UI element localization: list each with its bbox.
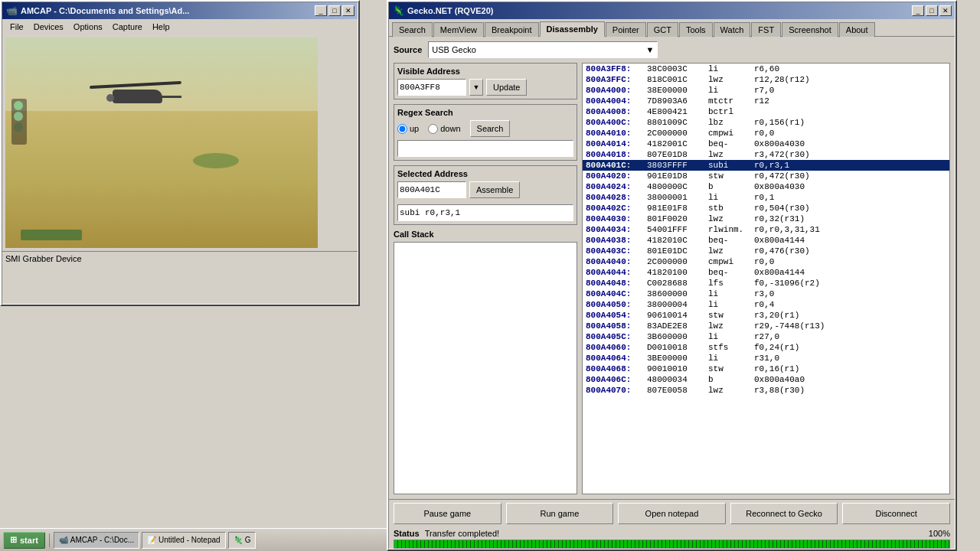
- taskbar: ⊞ start 📹 AMCAP - C:\Doc... 📝 Untitled -…: [0, 528, 387, 551]
- amcap-window: 📹 AMCAP - C:\Documents and Settings\Ad..…: [0, 0, 360, 306]
- table-row[interactable]: 800A4000: 38E00000 li r7,0: [583, 85, 949, 96]
- table-row[interactable]: 800A4054: 90610014 stw r3,20(r1): [583, 310, 949, 321]
- regex-search-input[interactable]: [397, 140, 573, 157]
- table-row[interactable]: 800A402C: 981E01F8 stb r0,504(r30): [583, 203, 949, 214]
- table-row[interactable]: 800A4048: C0028688 lfs f0,-31096(r2): [583, 278, 949, 289]
- taskbar-gecko[interactable]: 🦎 G: [228, 532, 256, 549]
- regex-search-title: Regex Search: [397, 108, 573, 117]
- table-row[interactable]: 800A4008: 4E800421 bctrl: [583, 106, 949, 117]
- disasm-mnemonic: bctrl: [708, 107, 754, 116]
- disasm-address: 800A4014:: [586, 139, 647, 148]
- table-row[interactable]: 800A3FF8: 38C0003C li r6,60: [583, 64, 949, 74]
- disasm-operands: r0,r3,1: [754, 161, 946, 170]
- menu-capture[interactable]: Capture: [108, 21, 147, 33]
- table-row[interactable]: 800A4070: 807E0058 lwz r3,88(r30): [583, 385, 949, 396]
- disasm-mnemonic: li: [708, 193, 754, 202]
- tab-tools[interactable]: Tools: [679, 22, 713, 37]
- selected-address-input[interactable]: [397, 181, 466, 198]
- table-row[interactable]: 800A4040: 2C000000 cmpwi r0,0: [583, 256, 949, 267]
- visible-address-input[interactable]: [397, 79, 466, 96]
- gecko-minimize-button[interactable]: _: [912, 5, 924, 16]
- amcap-maximize-button[interactable]: □: [328, 5, 341, 16]
- menu-help[interactable]: Help: [148, 21, 175, 33]
- tab-pointer[interactable]: Pointer: [606, 22, 646, 37]
- disasm-mnemonic: lbz: [708, 118, 754, 127]
- taskbar-notepad[interactable]: 📝 Untitled - Notepad: [142, 532, 226, 549]
- radio-up[interactable]: up: [397, 124, 419, 134]
- search-button[interactable]: Search: [470, 120, 511, 137]
- table-row[interactable]: 800A4004: 7D8903A6 mtctr r12: [583, 96, 949, 106]
- table-row[interactable]: 800A4044: 41820100 beq- 0x800a4144: [583, 267, 949, 278]
- table-row[interactable]: 800A4010: 2C000000 cmpwi r0,0: [583, 128, 949, 139]
- menu-devices[interactable]: Devices: [29, 21, 68, 33]
- gecko-close-button[interactable]: ✕: [939, 5, 952, 16]
- table-row[interactable]: 800A4020: 901E01D8 stw r0,472(r30): [583, 171, 949, 181]
- menu-file[interactable]: File: [5, 21, 28, 33]
- disassembly-listing[interactable]: 800A3FF8: 38C0003C li r6,60 800A3FFC: 81…: [582, 63, 950, 494]
- table-row[interactable]: 800A3FFC: 818C001C lwz r12,28(r12): [583, 74, 949, 85]
- tab-search[interactable]: Search: [392, 22, 433, 37]
- menu-options[interactable]: Options: [69, 21, 107, 33]
- table-row[interactable]: 800A406C: 48000034 b 0x800a40a0: [583, 374, 949, 385]
- tab-gct[interactable]: GCT: [647, 22, 678, 37]
- visible-address-dropdown[interactable]: ▼: [469, 79, 483, 96]
- disasm-operands: 0x800a4030: [754, 139, 946, 148]
- table-row[interactable]: 800A4068: 90010010 stw r0,16(r1): [583, 364, 949, 374]
- disasm-address: 800A3FF8:: [586, 64, 647, 73]
- disasm-operands: r0,r0,3,31,31: [754, 225, 946, 234]
- disconnect-button[interactable]: Disconnect: [842, 503, 950, 524]
- table-row[interactable]: 800A4064: 3BE00000 li r31,0: [583, 353, 949, 364]
- table-row[interactable]: 800A4024: 4800000C b 0x800a4030: [583, 181, 949, 192]
- call-stack-box[interactable]: [394, 242, 577, 494]
- reconnect-button[interactable]: Reconnect to Gecko: [730, 503, 838, 524]
- radio-down[interactable]: down: [428, 124, 460, 134]
- radio-down-input[interactable]: [428, 124, 438, 134]
- tab-disassembly[interactable]: Disassembly: [540, 21, 605, 37]
- asm-value-input[interactable]: [397, 204, 573, 221]
- table-row[interactable]: 800A4050: 38000004 li r0,4: [583, 299, 949, 310]
- tab-fst[interactable]: FST: [751, 22, 781, 37]
- disasm-operands: 0x800a4144: [754, 268, 946, 277]
- table-row[interactable]: 800A4038: 4182010C beq- 0x800a4144: [583, 235, 949, 246]
- tab-breakpoint[interactable]: Breakpoint: [485, 22, 539, 37]
- gecko-window-controls: _ □ ✕: [912, 5, 952, 16]
- disasm-hex: 801E01DC: [647, 246, 708, 256]
- source-dropdown[interactable]: USB Gecko ▼: [428, 41, 658, 58]
- disasm-hex: 4182001C: [647, 139, 708, 148]
- tab-memview[interactable]: MemView: [433, 22, 484, 37]
- table-row[interactable]: 800A4014: 4182001C beq- 0x800a4030: [583, 139, 949, 149]
- table-row[interactable]: 800A400C: 8801009C lbz r0,156(r1): [583, 117, 949, 128]
- assemble-button[interactable]: Assemble: [469, 181, 520, 198]
- table-row[interactable]: 800A401C: 3803FFFF subi r0,r3,1: [583, 160, 949, 171]
- taskbar-amcap[interactable]: 📹 AMCAP - C:\Doc...: [54, 532, 139, 549]
- disasm-address: 800A4044:: [586, 268, 647, 277]
- table-row[interactable]: 800A405C: 3B600000 li r27,0: [583, 331, 949, 342]
- disasm-address: 800A4008:: [586, 107, 647, 116]
- tab-watch[interactable]: Watch: [714, 22, 751, 37]
- gecko-maximize-button[interactable]: □: [926, 5, 938, 16]
- disasm-hex: 54001FFF: [647, 225, 708, 234]
- amcap-close-button[interactable]: ✕: [342, 5, 354, 16]
- table-row[interactable]: 800A4034: 54001FFF rlwinm. r0,r0,3,31,31: [583, 224, 949, 235]
- run-game-button[interactable]: Run game: [506, 503, 614, 524]
- start-button[interactable]: ⊞ start: [3, 532, 45, 549]
- tab-screenshot[interactable]: Screenshot: [782, 22, 838, 37]
- table-row[interactable]: 800A4018: 807E01D8 lwz r3,472(r30): [583, 149, 949, 160]
- disasm-mnemonic: mtctr: [708, 96, 754, 106]
- update-button[interactable]: Update: [486, 79, 527, 96]
- table-row[interactable]: 800A4030: 801F0020 lwz r0,32(r31): [583, 214, 949, 224]
- disasm-hex: 41820100: [647, 268, 708, 277]
- table-row[interactable]: 800A404C: 38600000 li r3,0: [583, 289, 949, 299]
- table-row[interactable]: 800A4028: 38000001 li r0,1: [583, 192, 949, 203]
- pause-game-button[interactable]: Pause game: [394, 503, 501, 524]
- table-row[interactable]: 800A403C: 801E01DC lwz r0,476(r30): [583, 246, 949, 256]
- source-label: Source: [394, 45, 422, 54]
- tab-about[interactable]: About: [839, 22, 875, 37]
- disasm-operands: r29,-7448(r13): [754, 321, 946, 331]
- table-row[interactable]: 800A4060: D0010018 stfs f0,24(r1): [583, 342, 949, 353]
- table-row[interactable]: 800A4058: 83ADE2E8 lwz r29,-7448(r13): [583, 321, 949, 331]
- radio-up-input[interactable]: [397, 124, 407, 134]
- open-notepad-button[interactable]: Open notepad: [618, 503, 726, 524]
- disasm-address: 800A4040:: [586, 257, 647, 266]
- amcap-minimize-button[interactable]: _: [315, 5, 327, 16]
